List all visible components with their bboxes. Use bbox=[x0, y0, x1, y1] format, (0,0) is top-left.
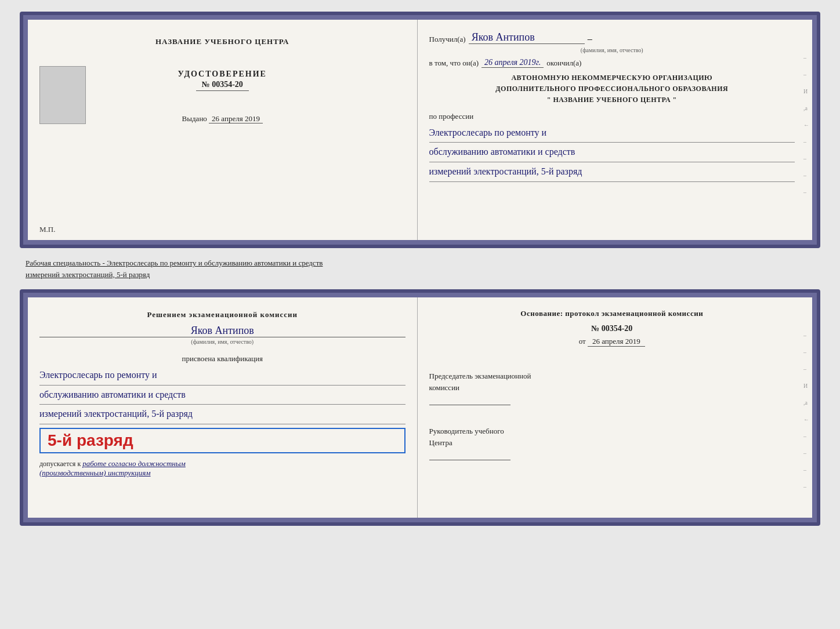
vydano-block: Выдано 26 апреля 2019 bbox=[182, 114, 263, 123]
page-top-left: НАЗВАНИЕ УЧЕБНОГО ЦЕНТРА УДОСТОВЕРЕНИЕ №… bbox=[28, 20, 418, 240]
rukovoditel-label: Руководитель учебного bbox=[429, 427, 504, 435]
profession-line3: измерений электростанций, 5-й разряд bbox=[429, 162, 795, 182]
okonchil-label: окончил(а) bbox=[546, 59, 581, 68]
ot-label: от bbox=[579, 337, 586, 346]
kval-line1: Электрослесарь по ремонту и bbox=[39, 366, 405, 386]
org-line3: " НАЗВАНИЕ УЧЕБНОГО ЦЕНТРА " bbox=[429, 94, 795, 106]
razryad-badge: 5-й разряд bbox=[39, 428, 405, 453]
komissia-label2: комиссии bbox=[429, 383, 460, 392]
vtom-date: 26 апреля 2019г. bbox=[481, 58, 544, 68]
reshenie-title: Решением экзаменационной комиссии bbox=[39, 309, 405, 321]
side-marks-top: – – И ,а ← – – – – bbox=[803, 54, 809, 195]
dopuskaetsya-label: допускается к bbox=[39, 460, 81, 468]
proto-number: № 00354-20 bbox=[429, 324, 795, 333]
side-marks-bottom: – – – И ,а ← – – – – bbox=[803, 332, 809, 490]
org-block: АВТОНОМНУЮ НЕКОММЕРЧЕСКУЮ ОРГАНИЗАЦИЮ ДО… bbox=[429, 72, 795, 106]
mp-label: М.П. bbox=[39, 225, 55, 234]
tsentr-label: Центра bbox=[429, 438, 452, 447]
vydano-label: Выдано bbox=[182, 114, 207, 123]
recipient-name: Яков Антипов bbox=[469, 31, 585, 44]
org-line1: АВТОНОМНУЮ НЕКОММЕРЧЕСКУЮ ОРГАНИЗАЦИЮ bbox=[429, 72, 795, 83]
kval-text: Электрослесарь по ремонту и обслуживанию… bbox=[39, 366, 405, 424]
page-bottom-right: Основание: протокол экзаменационной коми… bbox=[418, 297, 813, 518]
ot-date-block: от 26 апреля 2019 bbox=[429, 337, 795, 358]
center-title-top: НАЗВАНИЕ УЧЕБНОГО ЦЕНТРА bbox=[155, 37, 289, 46]
predsedatel-signature-line bbox=[429, 405, 510, 405]
predsedatel-title: Председатель экзаменационной комиссии bbox=[429, 370, 795, 393]
separator-area: Рабочая специальность - Электрослесарь п… bbox=[20, 254, 820, 283]
page-bottom-left: Решением экзаменационной комиссии Яков А… bbox=[28, 297, 418, 518]
document-bottom: Решением экзаменационной комиссии Яков А… bbox=[20, 289, 820, 526]
udostoverenie-title: УДОСТОВЕРЕНИЕ bbox=[178, 70, 267, 79]
dash: – bbox=[588, 34, 592, 44]
komissia-name: Яков Антипов bbox=[39, 325, 405, 337]
document-top: НАЗВАНИЕ УЧЕБНОГО ЦЕНТРА УДОСТОВЕРЕНИЕ №… bbox=[20, 12, 820, 248]
vydano-date: 26 апреля 2019 bbox=[209, 114, 263, 123]
ot-date: 26 апреля 2019 bbox=[588, 337, 645, 347]
predsedatel-block: Председатель экзаменационной комиссии bbox=[429, 370, 795, 417]
vtom-label: в том, что он(а) bbox=[429, 59, 479, 68]
prisvoena-kval: присвоена квалификация bbox=[39, 354, 405, 363]
separator-line1: Рабочая специальность - Электрослесарь п… bbox=[26, 257, 814, 269]
profession-line1: Электрослесарь по ремонту и bbox=[429, 123, 795, 143]
kval-line2: обслуживанию автоматики и средств bbox=[39, 386, 405, 405]
fio-subtitle-top: (фамилия, имя, отчество) bbox=[429, 47, 795, 53]
poluchil-label: Получил(а) bbox=[429, 35, 466, 44]
predsedatel-label: Председатель экзаменационной bbox=[429, 372, 531, 380]
photo-placeholder bbox=[39, 66, 86, 124]
dopusk-value: работе согласно должностным bbox=[82, 459, 186, 468]
kval-line3: измерений электростанций, 5-й разряд bbox=[39, 405, 405, 424]
dopusk-value2: (производственным) инструкциям bbox=[39, 468, 405, 478]
vtom-line: в том, что он(а) 26 апреля 2019г. окончи… bbox=[429, 58, 795, 68]
org-line2: ДОПОЛНИТЕЛЬНОГО ПРОФЕССИОНАЛЬНОГО ОБРАЗО… bbox=[429, 83, 795, 94]
page-top-right: Получил(а) Яков Антипов – (фамилия, имя,… bbox=[418, 20, 813, 240]
recipient-line: Получил(а) Яков Антипов – bbox=[429, 31, 795, 44]
fio-subtitle-bottom: (фамилия, имя, отчество) bbox=[39, 339, 405, 345]
rukovoditel-signature-line bbox=[429, 460, 510, 460]
separator-line2: измерений электростанций, 5-й разряд bbox=[26, 269, 814, 281]
dopuskaetsya-line: допускается к работе согласно должностны… bbox=[39, 459, 405, 468]
osnovanie-title: Основание: протокол экзаменационной коми… bbox=[429, 309, 795, 318]
po-professii: по профессии bbox=[429, 112, 795, 121]
razryad-text: 5-й разряд bbox=[48, 431, 133, 449]
rukovoditel-block: Руководитель учебного Центра bbox=[429, 426, 795, 472]
profession-text: Электрослесарь по ремонту и обслуживанию… bbox=[429, 123, 795, 182]
udostoverenie-number: № 00354-20 bbox=[196, 79, 249, 91]
rukovoditel-title: Руководитель учебного Центра bbox=[429, 426, 795, 448]
udostoverenie-block: УДОСТОВЕРЕНИЕ № 00354-20 bbox=[178, 70, 267, 91]
profession-line2: обслуживанию автоматики и средств bbox=[429, 143, 795, 162]
